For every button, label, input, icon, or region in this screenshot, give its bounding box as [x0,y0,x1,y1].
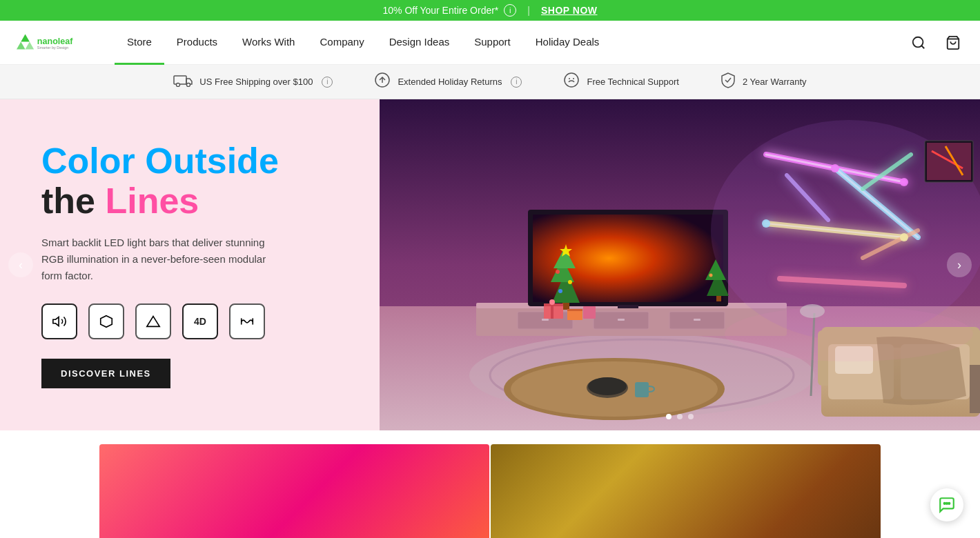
feature-icons-row: 4D [41,303,338,339]
hero-prev-button[interactable]: ‹ [8,252,33,277]
info-bar: US Free Shipping over $100 i Extended Ho… [0,65,980,99]
svg-point-89 [944,503,945,504]
bottom-cards-section [0,444,980,538]
svg-marker-2 [26,41,35,49]
svg-rect-34 [618,305,638,308]
discover-lines-button[interactable]: DISCOVER LINES [41,359,170,388]
nav-holiday-deals[interactable]: Holiday Deals [523,21,612,65]
svg-line-6 [921,46,924,48]
nav-support[interactable]: Support [462,21,523,65]
hero-title-word-the: the [41,181,105,221]
returns-text: Extended Holiday Returns [398,77,502,87]
bottom-card-left-bg [99,444,489,538]
svg-point-72 [588,377,627,395]
svg-point-54 [556,270,560,274]
shop-now-link[interactable]: SHOP NOW [541,5,598,16]
bottom-card-right-bg [491,444,881,538]
returns-info-icon[interactable]: i [511,77,522,88]
hero-left: Color Outside the Lines Smart backlit LE… [0,99,380,430]
svg-marker-17 [147,316,159,326]
separator: | [527,5,530,16]
svg-rect-29 [542,319,549,321]
svg-point-91 [948,503,950,504]
svg-marker-16 [101,315,112,327]
svg-point-65 [549,299,555,305]
svg-rect-30 [618,319,625,321]
support-text: Free Technical Support [587,77,678,87]
svg-rect-31 [694,319,700,321]
svg-marker-1 [17,41,26,49]
nav-design-ideas[interactable]: Design Ideas [377,21,462,65]
carousel-dots [666,414,694,419]
svg-point-12 [565,73,578,87]
feature-triangle-btn[interactable] [135,303,171,339]
hero-next-button[interactable]: › [947,252,972,277]
svg-rect-60 [716,296,721,301]
bottom-card-right[interactable] [491,444,881,538]
carousel-dot-1[interactable] [666,414,672,419]
search-button[interactable] [908,32,929,53]
chat-widget[interactable] [930,488,963,521]
svg-rect-68 [583,306,596,319]
returns-info: Extended Holiday Returns i [374,72,522,92]
room-scene [380,99,980,430]
hero-title-word-outside: Outside [145,141,279,181]
promo-info-icon[interactable]: i [504,4,516,17]
svg-rect-53 [562,303,569,310]
svg-marker-15 [53,317,59,326]
svg-rect-81 [970,365,980,413]
hero-description: Smart backlit LED light bars that delive… [41,235,276,284]
top-banner: 10% Off Your Entire Order* i | SHOP NOW [0,0,980,21]
bottom-card-left[interactable] [99,444,489,538]
truck-icon [173,73,193,90]
hero-title-word-color: Color [41,141,145,181]
svg-point-9 [177,83,180,87]
svg-point-5 [913,37,923,47]
shipping-info: US Free Shipping over $100 i [173,73,333,90]
carousel-dot-2[interactable] [677,414,683,419]
feature-strip-btn[interactable] [229,303,265,339]
carousel-dot-3[interactable] [688,414,694,419]
svg-point-55 [568,280,572,284]
svg-text:Smarter by Design: Smarter by Design [37,46,69,50]
feature-4d-btn[interactable]: 4D [182,303,218,339]
shield-icon [721,72,736,92]
hero-title-word-lines: Lines [105,181,199,221]
svg-marker-0 [21,34,30,41]
svg-rect-8 [174,76,186,84]
svg-point-61 [709,274,713,277]
svg-rect-73 [635,382,649,397]
nav-works-with[interactable]: Works With [230,21,307,65]
svg-point-56 [558,289,562,293]
feature-shape-btn[interactable] [88,303,124,339]
svg-rect-67 [567,309,582,311]
support-icon [563,72,580,92]
promo-text: 10% Off Your Entire Order* [382,5,498,16]
svg-point-10 [187,83,190,87]
logo[interactable]: nanoleaf Smarter by Design [17,30,92,55]
hero-title: Color Outside the Lines [41,141,338,220]
svg-rect-64 [551,303,553,319]
hero-section: Color Outside the Lines Smart backlit LE… [0,99,980,430]
nav-products[interactable]: Products [164,21,230,65]
svg-point-90 [946,503,948,504]
nav-company[interactable]: Company [307,21,376,65]
shipping-text: US Free Shipping over $100 [199,77,313,87]
nav-store[interactable]: Store [115,21,164,65]
shipping-info-icon[interactable]: i [322,77,333,88]
cart-button[interactable] [943,32,963,53]
nav-links: Store Products Works With Company Design… [115,21,908,65]
warranty-info: 2 Year Warranty [721,72,807,92]
feature-sound-btn[interactable] [41,303,77,339]
svg-text:nanoleaf: nanoleaf [37,36,73,46]
hero-image: › [380,99,980,430]
returns-icon [374,72,391,92]
svg-point-88 [725,306,973,361]
navbar: nanoleaf Smarter by Design Store Product… [0,21,980,65]
warranty-text: 2 Year Warranty [743,77,807,87]
support-info: Free Technical Support [563,72,678,92]
nav-actions [908,32,963,53]
